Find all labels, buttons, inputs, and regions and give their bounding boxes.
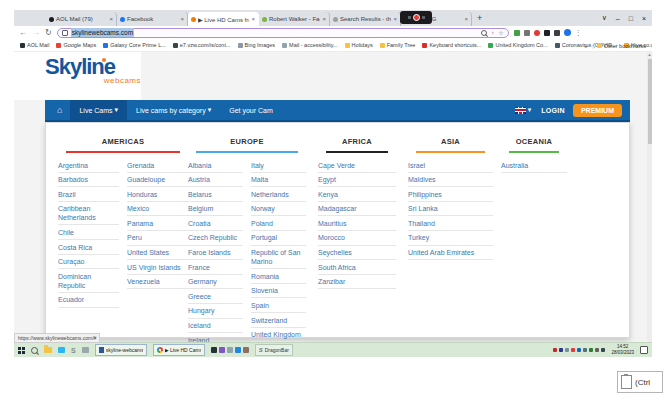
bookmark-item[interactable]: Keyboard shortcuts... bbox=[422, 42, 481, 48]
nav-live-cams-by-category[interactable]: Live cams by category ▾ bbox=[127, 100, 220, 120]
minimize-button[interactable]: – bbox=[616, 15, 620, 22]
country-link[interactable]: Belgium bbox=[188, 202, 243, 217]
nav-live-cams[interactable]: Live Cams ▾ bbox=[70, 100, 127, 120]
page-scrollbar[interactable]: ▲ bbox=[647, 52, 652, 342]
country-link[interactable]: Dominican Republic bbox=[58, 269, 119, 293]
country-link[interactable]: Thailand bbox=[408, 216, 493, 231]
country-link[interactable]: Peru bbox=[127, 231, 188, 246]
country-link[interactable]: Mauritius bbox=[318, 216, 396, 231]
printer-icon[interactable] bbox=[82, 347, 89, 353]
bookmark-item[interactable]: Holidays bbox=[345, 42, 373, 48]
mail-icon[interactable] bbox=[58, 347, 65, 353]
browser-tab[interactable]: Robert Walker - Facts × bbox=[259, 12, 330, 26]
search-icon[interactable] bbox=[481, 30, 487, 36]
bookmark-star-icon[interactable]: ☆ bbox=[498, 29, 503, 36]
bookmark-item[interactable]: Family Tree bbox=[380, 42, 416, 48]
bookmark-item[interactable]: Mail - accessibility... bbox=[282, 42, 338, 48]
skype-icon[interactable]: S bbox=[71, 347, 76, 354]
tray-icon[interactable] bbox=[601, 348, 605, 352]
taskbar-search-icon[interactable] bbox=[31, 347, 38, 354]
other-bookmarks-button[interactable]: Other bookmarks bbox=[597, 43, 646, 49]
country-link[interactable]: Egypt bbox=[318, 173, 396, 188]
country-link[interactable]: Israel bbox=[408, 158, 493, 173]
login-button[interactable]: LOGIN bbox=[541, 107, 565, 114]
bookmark-item[interactable]: AOL Mail bbox=[20, 42, 49, 48]
scrollbar-thumb[interactable] bbox=[648, 59, 652, 144]
taskbar-chrome-button[interactable]: ▶ Live HD Cams fr... bbox=[153, 344, 205, 356]
scrollbar-up-icon[interactable]: ▲ bbox=[647, 52, 652, 58]
tray-icon[interactable] bbox=[559, 348, 563, 352]
country-link[interactable]: Caribbean Netherlands bbox=[58, 202, 119, 226]
tab-close-icon[interactable]: × bbox=[251, 16, 255, 22]
home-icon[interactable]: ⌂ bbox=[49, 105, 70, 115]
country-link[interactable]: United Kingdom bbox=[251, 328, 306, 342]
country-link[interactable]: Italy bbox=[251, 158, 306, 173]
tray-icon[interactable] bbox=[595, 348, 599, 352]
taskbar-clock[interactable]: 14:52 28/03/2023 bbox=[611, 344, 634, 355]
country-link[interactable]: Maldives bbox=[408, 173, 493, 188]
tab-close-icon[interactable]: × bbox=[180, 16, 184, 22]
dragonbar-button[interactable]: S DragonBar bbox=[255, 344, 293, 356]
country-link[interactable]: United States bbox=[127, 246, 188, 261]
tab-close-icon[interactable]: × bbox=[322, 16, 326, 22]
browser-tab[interactable]: Facebook × bbox=[117, 12, 188, 26]
country-link[interactable]: Grenada bbox=[127, 158, 188, 173]
country-link[interactable]: Madagascar bbox=[318, 202, 396, 217]
country-link[interactable]: Croatia bbox=[188, 216, 243, 231]
extension-red-icon[interactable] bbox=[534, 30, 540, 36]
country-link[interactable]: US Virgin Islands bbox=[127, 260, 188, 275]
country-link[interactable]: Ireland bbox=[188, 333, 243, 342]
start-button[interactable] bbox=[18, 347, 25, 354]
address-bar[interactable]: skylinewebcams.com ↑ ☆ bbox=[57, 28, 509, 38]
country-link[interactable]: Spain bbox=[251, 298, 306, 313]
tray-icon[interactable] bbox=[583, 348, 587, 352]
bookmark-item[interactable]: Bing Images bbox=[238, 42, 276, 48]
browser-tab[interactable]: AOL Mail (79) × bbox=[46, 12, 117, 26]
country-link[interactable]: Venezuela bbox=[127, 275, 188, 290]
new-tab-button[interactable]: + bbox=[477, 11, 482, 25]
country-link[interactable]: Greece bbox=[188, 289, 243, 304]
lock-icon[interactable] bbox=[62, 30, 68, 36]
country-link[interactable]: Turkey bbox=[408, 231, 493, 246]
tab-close-icon[interactable]: × bbox=[109, 16, 113, 22]
country-link[interactable]: Barbados bbox=[58, 173, 119, 188]
country-link[interactable]: Czech Republic bbox=[188, 231, 243, 246]
country-link[interactable]: Faroe Islands bbox=[188, 246, 243, 261]
pinned-app-icon[interactable] bbox=[227, 347, 233, 353]
window-chevron-icon[interactable]: ∨ bbox=[602, 14, 607, 22]
country-link[interactable]: Portugal bbox=[251, 231, 306, 246]
country-link[interactable]: Poland bbox=[251, 216, 306, 231]
country-link[interactable]: Malta bbox=[251, 173, 306, 188]
maximize-button[interactable]: □ bbox=[629, 15, 633, 22]
tray-icon[interactable] bbox=[577, 348, 581, 352]
extension-green-icon[interactable] bbox=[514, 30, 520, 36]
country-link[interactable]: Norway bbox=[251, 202, 306, 217]
country-link[interactable]: United Arab Emirates bbox=[408, 246, 493, 261]
country-link[interactable]: Romania bbox=[251, 269, 306, 284]
browser-tab[interactable]: ▶ Live HD Cams from the Worl × bbox=[188, 12, 259, 26]
bookmark-item[interactable]: United Kingdom Co... bbox=[488, 42, 547, 48]
paste-options-popup[interactable]: (Ctrl bbox=[617, 371, 663, 393]
reload-button[interactable]: ↻ bbox=[45, 29, 52, 37]
country-link[interactable]: Iceland bbox=[188, 319, 243, 334]
country-link[interactable]: Zanzibar bbox=[318, 275, 396, 290]
bookmark-item[interactable]: e7.vzw.com/is/cont... bbox=[173, 42, 231, 48]
premium-button[interactable]: PREMIUM bbox=[573, 104, 622, 117]
bookmarks-overflow-icon[interactable]: » bbox=[584, 43, 587, 49]
country-link[interactable]: Costa Rica bbox=[58, 240, 119, 255]
tab-close-icon[interactable]: × bbox=[393, 16, 397, 22]
taskbar-document-button[interactable]: skyline-webcams.d... bbox=[95, 344, 147, 356]
tray-icon[interactable] bbox=[565, 348, 569, 352]
country-link[interactable]: Germany bbox=[188, 275, 243, 290]
country-link[interactable]: Honduras bbox=[127, 187, 188, 202]
pinned-app-icon[interactable] bbox=[211, 347, 217, 353]
country-link[interactable]: Curaçao bbox=[58, 255, 119, 270]
country-link[interactable]: Slovenia bbox=[251, 284, 306, 299]
country-link[interactable]: Australia bbox=[501, 158, 567, 173]
pinned-app-icon[interactable] bbox=[219, 347, 225, 353]
country-link[interactable]: Kenya bbox=[318, 187, 396, 202]
tray-icon[interactable] bbox=[553, 348, 557, 352]
extension-dark-icon[interactable] bbox=[554, 30, 560, 36]
back-button[interactable]: ← bbox=[19, 29, 27, 37]
country-link[interactable]: Argentina bbox=[58, 158, 119, 173]
